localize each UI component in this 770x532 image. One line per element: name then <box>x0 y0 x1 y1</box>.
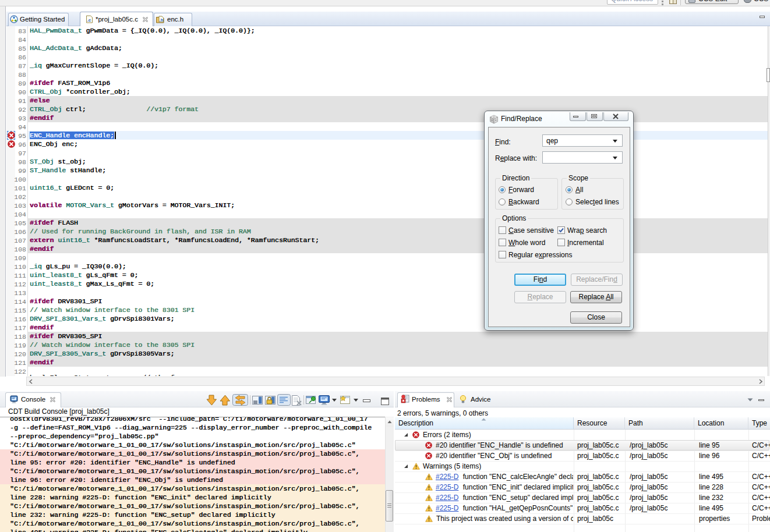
svg-text:.c: .c <box>87 17 91 23</box>
svg-text:.h: .h <box>160 17 164 23</box>
